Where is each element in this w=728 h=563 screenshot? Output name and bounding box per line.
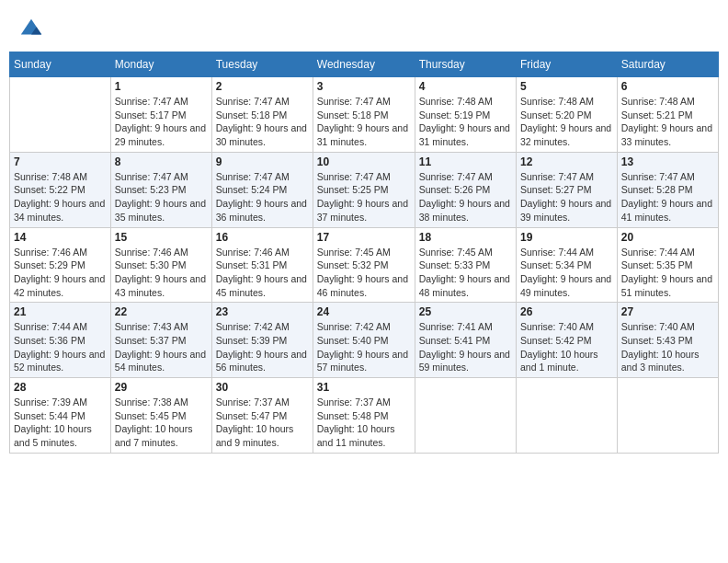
day-info: Sunrise: 7:46 AMSunset: 5:31 PMDaylight:… [216,246,309,300]
calendar-cell: 31Sunrise: 7:37 AMSunset: 5:48 PMDayligh… [313,378,415,454]
calendar-cell: 29Sunrise: 7:38 AMSunset: 5:45 PMDayligh… [110,378,211,454]
day-info: Sunrise: 7:47 AMSunset: 5:18 PMDaylight:… [216,95,309,149]
day-info: Sunrise: 7:37 AMSunset: 5:47 PMDaylight:… [216,396,309,450]
logo-icon [18,17,44,42]
day-number: 31 [317,381,411,394]
day-number: 22 [115,305,208,318]
day-number: 27 [621,305,714,318]
calendar-cell: 22Sunrise: 7:43 AMSunset: 5:37 PMDayligh… [110,303,211,378]
day-number: 28 [14,381,107,394]
day-info: Sunrise: 7:44 AMSunset: 5:35 PMDaylight:… [621,246,714,300]
calendar-cell [617,378,718,454]
calendar-cell: 24Sunrise: 7:42 AMSunset: 5:40 PMDayligh… [313,303,415,378]
day-info: Sunrise: 7:48 AMSunset: 5:20 PMDaylight:… [520,95,613,149]
calendar-week-row: 21Sunrise: 7:44 AMSunset: 5:36 PMDayligh… [10,303,719,378]
calendar-cell: 23Sunrise: 7:42 AMSunset: 5:39 PMDayligh… [211,303,313,378]
calendar-cell: 1Sunrise: 7:47 AMSunset: 5:17 PMDaylight… [110,77,211,153]
calendar-week-row: 14Sunrise: 7:46 AMSunset: 5:29 PMDayligh… [10,227,719,303]
day-info: Sunrise: 7:42 AMSunset: 5:40 PMDaylight:… [317,320,411,374]
calendar-cell: 21Sunrise: 7:44 AMSunset: 5:36 PMDayligh… [10,303,111,378]
day-number: 2 [216,80,309,93]
day-info: Sunrise: 7:41 AMSunset: 5:41 PMDaylight:… [419,320,512,374]
day-number: 30 [216,381,309,394]
day-info: Sunrise: 7:40 AMSunset: 5:42 PMDaylight:… [520,320,613,374]
day-info: Sunrise: 7:40 AMSunset: 5:43 PMDaylight:… [621,320,714,374]
day-number: 9 [216,155,309,168]
day-info: Sunrise: 7:47 AMSunset: 5:28 PMDaylight:… [621,170,714,224]
day-info: Sunrise: 7:45 AMSunset: 5:33 PMDaylight:… [419,246,512,300]
calendar-cell: 18Sunrise: 7:45 AMSunset: 5:33 PMDayligh… [415,227,516,303]
calendar-cell: 12Sunrise: 7:47 AMSunset: 5:27 PMDayligh… [516,152,617,227]
day-info: Sunrise: 7:38 AMSunset: 5:45 PMDaylight:… [115,396,208,450]
calendar-cell: 30Sunrise: 7:37 AMSunset: 5:47 PMDayligh… [211,378,313,454]
calendar-cell: 9Sunrise: 7:47 AMSunset: 5:24 PMDaylight… [211,152,313,227]
day-number: 4 [419,80,512,93]
calendar-header-thursday: Thursday [415,52,516,77]
logo [18,17,48,42]
day-number: 18 [419,231,512,244]
day-info: Sunrise: 7:47 AMSunset: 5:26 PMDaylight:… [419,170,512,224]
calendar-header-row: SundayMondayTuesdayWednesdayThursdayFrid… [10,52,719,77]
day-number: 10 [317,155,411,168]
day-number: 5 [520,80,613,93]
calendar-cell [415,378,516,454]
calendar-cell: 2Sunrise: 7:47 AMSunset: 5:18 PMDaylight… [211,77,313,153]
day-info: Sunrise: 7:44 AMSunset: 5:36 PMDaylight:… [14,320,107,374]
calendar-cell: 28Sunrise: 7:39 AMSunset: 5:44 PMDayligh… [10,378,111,454]
calendar-cell: 7Sunrise: 7:48 AMSunset: 5:22 PMDaylight… [10,152,111,227]
calendar-cell: 3Sunrise: 7:47 AMSunset: 5:18 PMDaylight… [313,77,415,153]
day-info: Sunrise: 7:47 AMSunset: 5:25 PMDaylight:… [317,170,411,224]
day-number: 3 [317,80,411,93]
day-info: Sunrise: 7:48 AMSunset: 5:21 PMDaylight:… [621,95,714,149]
calendar-header-tuesday: Tuesday [211,52,313,77]
day-info: Sunrise: 7:37 AMSunset: 5:48 PMDaylight:… [317,396,411,450]
day-number: 1 [115,80,208,93]
calendar-cell: 10Sunrise: 7:47 AMSunset: 5:25 PMDayligh… [313,152,415,227]
calendar-cell: 26Sunrise: 7:40 AMSunset: 5:42 PMDayligh… [516,303,617,378]
day-number: 23 [216,305,309,318]
calendar-cell: 15Sunrise: 7:46 AMSunset: 5:30 PMDayligh… [110,227,211,303]
day-number: 20 [621,231,714,244]
day-info: Sunrise: 7:43 AMSunset: 5:37 PMDaylight:… [115,320,208,374]
day-number: 24 [317,305,411,318]
day-number: 7 [14,155,107,168]
day-info: Sunrise: 7:44 AMSunset: 5:34 PMDaylight:… [520,246,613,300]
calendar-cell: 5Sunrise: 7:48 AMSunset: 5:20 PMDaylight… [516,77,617,153]
day-number: 15 [115,231,208,244]
calendar-cell: 6Sunrise: 7:48 AMSunset: 5:21 PMDaylight… [617,77,718,153]
day-number: 6 [621,80,714,93]
calendar-header-friday: Friday [516,52,617,77]
day-number: 14 [14,231,107,244]
calendar-header-saturday: Saturday [617,52,718,77]
day-number: 11 [419,155,512,168]
calendar-cell [516,378,617,454]
day-info: Sunrise: 7:45 AMSunset: 5:32 PMDaylight:… [317,246,411,300]
calendar-cell: 19Sunrise: 7:44 AMSunset: 5:34 PMDayligh… [516,227,617,303]
calendar-week-row: 1Sunrise: 7:47 AMSunset: 5:17 PMDaylight… [10,77,719,153]
calendar-cell: 25Sunrise: 7:41 AMSunset: 5:41 PMDayligh… [415,303,516,378]
day-info: Sunrise: 7:47 AMSunset: 5:18 PMDaylight:… [317,95,411,149]
calendar-cell: 16Sunrise: 7:46 AMSunset: 5:31 PMDayligh… [211,227,313,303]
day-info: Sunrise: 7:42 AMSunset: 5:39 PMDaylight:… [216,320,309,374]
calendar-header-wednesday: Wednesday [313,52,415,77]
day-info: Sunrise: 7:48 AMSunset: 5:22 PMDaylight:… [14,170,107,224]
calendar-cell: 13Sunrise: 7:47 AMSunset: 5:28 PMDayligh… [617,152,718,227]
day-info: Sunrise: 7:47 AMSunset: 5:24 PMDaylight:… [216,170,309,224]
calendar-cell: 8Sunrise: 7:47 AMSunset: 5:23 PMDaylight… [110,152,211,227]
day-info: Sunrise: 7:47 AMSunset: 5:27 PMDaylight:… [520,170,613,224]
day-number: 19 [520,231,613,244]
day-number: 16 [216,231,309,244]
day-info: Sunrise: 7:46 AMSunset: 5:29 PMDaylight:… [14,246,107,300]
day-number: 13 [621,155,714,168]
calendar-cell: 17Sunrise: 7:45 AMSunset: 5:32 PMDayligh… [313,227,415,303]
calendar-header-monday: Monday [110,52,211,77]
calendar-week-row: 7Sunrise: 7:48 AMSunset: 5:22 PMDaylight… [10,152,719,227]
day-number: 25 [419,305,512,318]
day-info: Sunrise: 7:47 AMSunset: 5:23 PMDaylight:… [115,170,208,224]
day-info: Sunrise: 7:48 AMSunset: 5:19 PMDaylight:… [419,95,512,149]
day-info: Sunrise: 7:47 AMSunset: 5:17 PMDaylight:… [115,95,208,149]
calendar-cell: 20Sunrise: 7:44 AMSunset: 5:35 PMDayligh… [617,227,718,303]
calendar-body: 1Sunrise: 7:47 AMSunset: 5:17 PMDaylight… [10,77,719,454]
day-number: 12 [520,155,613,168]
day-number: 26 [520,305,613,318]
